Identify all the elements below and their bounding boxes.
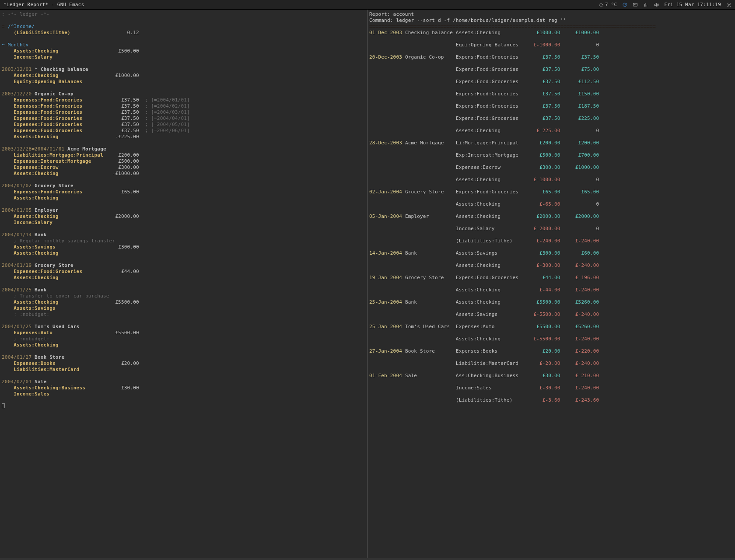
- report-amount: £-225.00: [525, 128, 560, 133]
- posting-amount: £30.00: [109, 385, 139, 391]
- report-row: Income:Salary £-2000.00 0: [369, 226, 732, 232]
- report-account: Assets:Checking: [456, 262, 525, 268]
- refresh-icon[interactable]: [622, 2, 627, 7]
- report-account: Expens:Food:Groceries: [456, 189, 525, 195]
- weather-text: 7 °C: [605, 2, 617, 7]
- transaction-date: 2004/01/27: [2, 354, 32, 360]
- report-amount: £-20.00: [525, 360, 560, 366]
- report-row: 01-Feb-2004 Sale Ass:Checking:Business £…: [369, 373, 732, 379]
- transaction-payee: Organic Co-op: [35, 91, 74, 97]
- posting-amount: -£1000.00: [109, 171, 139, 176]
- report-amount: £-65.00: [525, 201, 560, 207]
- report-balance: £-240.00: [560, 238, 599, 244]
- report-row: Exp:Interest:Mortgage £500.00 £700.00: [369, 152, 732, 158]
- report-account: Assets:Savings: [456, 312, 525, 317]
- report-row: (Liabilities:Tithe) £-3.60 £-243.60: [369, 397, 732, 403]
- posting-tag-comment: ; :nobudget:: [14, 312, 49, 317]
- posting-amount: £44.00: [109, 269, 139, 274]
- cloud-icon: [598, 2, 604, 7]
- report-account: Assets:Checking: [456, 128, 525, 133]
- report-payee: Bank: [405, 299, 456, 305]
- posting-amount: £37.50: [109, 128, 139, 133]
- report-account: Expens:Food:Groceries: [456, 116, 525, 121]
- report-account: Assets:Checking: [456, 287, 525, 293]
- report-separator: ========================================…: [369, 24, 656, 29]
- report-account: Assets:Checking: [456, 336, 525, 342]
- mail-icon[interactable]: [633, 2, 638, 7]
- report-account: Liabilitie:MasterCard: [456, 360, 525, 366]
- report-date: 05-Jan-2004: [369, 214, 405, 219]
- report-date: 02-Jan-2004: [369, 189, 405, 195]
- settings-icon[interactable]: [726, 2, 732, 7]
- report-balance: £-240.00: [560, 385, 599, 391]
- report-payee: Tom's Used Cars: [405, 324, 456, 329]
- report-date: 25-Jan-2004: [369, 324, 405, 329]
- transaction-payee: Grocery Store: [35, 262, 74, 268]
- report-amount: £1000.00: [525, 30, 560, 35]
- report-row: Assets:Checking £-5500.00 £-240.00: [369, 336, 732, 342]
- posting-amount: £37.50: [109, 122, 139, 127]
- report-date: 01-Dec-2003: [369, 30, 405, 35]
- report-account: (Liabilities:Tithe): [456, 238, 525, 244]
- report-account: (Liabilities:Tithe): [456, 397, 525, 403]
- transaction-payee: Sale: [35, 379, 46, 385]
- report-row: Equi:Opening Balances £-1000.00 0: [369, 42, 732, 48]
- posting-amount: -£225.00: [109, 134, 139, 140]
- report-balance: £37.50: [560, 54, 599, 60]
- report-account: Equi:Opening Balances: [456, 42, 525, 48]
- report-balance: £5260.00: [560, 299, 599, 305]
- report-title: Report: account: [369, 11, 414, 17]
- report-amount: £-2000.00: [525, 226, 560, 231]
- posting-account: Assets:Savings: [14, 244, 109, 250]
- posting-amount: £37.50: [109, 116, 139, 121]
- posting-account: Assets:Checking: [14, 195, 109, 201]
- transaction-comment: ; Regular monthly savings transfer: [14, 238, 115, 244]
- report-payee: Grocery Store: [405, 275, 456, 280]
- report-date: 19-Jan-2004: [369, 275, 405, 280]
- transaction-payee: Acme Mortgage: [67, 146, 106, 152]
- report-amount: £-1000.00: [525, 177, 560, 182]
- report-amount: £-1000.00: [525, 42, 560, 48]
- transaction-payee: Checking balance: [41, 66, 88, 72]
- cursor: [2, 403, 5, 408]
- report-payee: Employer: [405, 214, 456, 219]
- posting-account: Assets:Checking: [14, 171, 109, 176]
- volume-icon[interactable]: [654, 2, 659, 7]
- ledger-report-buffer[interactable]: Report: account Command: ledger --sort d…: [368, 10, 735, 558]
- report-date: 01-Feb-2004: [369, 373, 405, 378]
- periodic-xact-header: ~ Monthly: [2, 42, 28, 48]
- report-account: Expens:Food:Groceries: [456, 54, 525, 60]
- report-payee: Grocery Store: [405, 189, 456, 195]
- transaction-date: 2004/01/25: [2, 324, 32, 329]
- report-account: Assets:Checking: [456, 30, 525, 35]
- report-amount: £-30.00: [525, 385, 560, 391]
- posting-amount: £500.00: [109, 158, 139, 164]
- report-row: 20-Dec-2003 Organic Co-op Expens:Food:Gr…: [369, 54, 732, 60]
- report-balance: £200.00: [560, 140, 599, 146]
- report-date: 14-Jan-2004: [369, 250, 405, 256]
- report-balance: £75.00: [560, 66, 599, 72]
- report-row: 19-Jan-2004 Grocery Store Expens:Food:Gr…: [369, 275, 732, 281]
- posting-account: Assets:Checking: [14, 250, 109, 256]
- transaction-marker: *: [35, 66, 38, 72]
- posting-account: Expenses:Interest:Mortgage: [14, 158, 109, 164]
- report-row: Income:Sales £-30.00 £-240.00: [369, 385, 732, 391]
- report-row: Assets:Checking £-65.00 0: [369, 201, 732, 207]
- posting-amount: £300.00: [109, 244, 139, 250]
- posting-amount: 0.12: [109, 30, 139, 35]
- report-account: Assets:Checking: [456, 214, 525, 219]
- posting-account: Expenses:Food:Groceries: [14, 103, 109, 109]
- modeline-right: -U:@%%- *Ledger Report* All (4,0) (Ledge…: [368, 558, 735, 560]
- report-account: Expens:Food:Groceries: [456, 79, 525, 84]
- posting-account: Income:Salary: [14, 54, 109, 60]
- report-account: Expens:Food:Groceries: [456, 103, 525, 109]
- report-row: Expens:Food:Groceries £37.50 £112.50: [369, 79, 732, 85]
- report-amount: £44.00: [525, 275, 560, 280]
- network-icon[interactable]: [643, 2, 648, 7]
- report-command: Command: ledger --sort d -f /home/borbus…: [369, 18, 566, 23]
- report-row: Expens:Food:Groceries £37.50 £75.00: [369, 66, 732, 73]
- report-amount: £-5500.00: [525, 312, 560, 317]
- report-amount: £5500.00: [525, 299, 560, 305]
- ledger-source-buffer[interactable]: ; -*- ledger -*- = /^Income/ (Liabilitie…: [0, 10, 368, 558]
- report-date: 25-Jan-2004: [369, 299, 405, 305]
